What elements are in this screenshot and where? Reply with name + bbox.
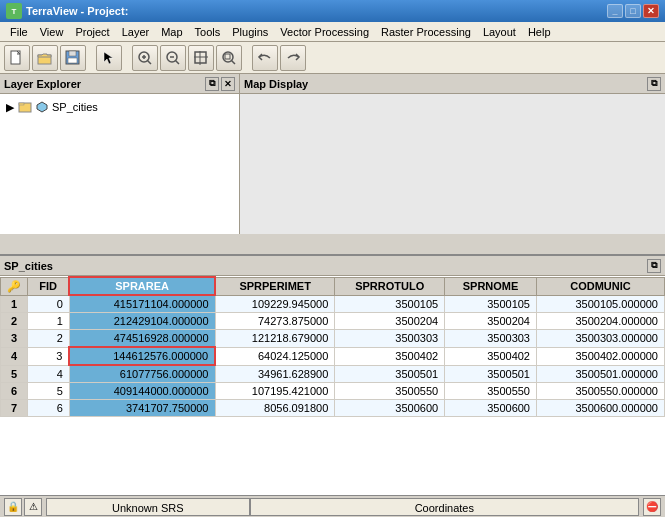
menu-view[interactable]: View [34,23,70,41]
sprarea-cell: 61077756.000000 [69,365,215,383]
sprnome-cell: 3500105 [445,295,537,313]
zoom-in-button[interactable] [132,45,158,71]
minimize-button[interactable]: _ [607,4,623,18]
col-header-codmunic[interactable]: CODMUNIC [536,277,664,295]
row-num-cell: 7 [1,400,28,417]
sprarea-cell: 474516928.000000 [69,330,215,348]
zoom-box-button[interactable] [216,45,242,71]
svg-rect-4 [68,58,77,63]
map-display-header: Map Display ⧉ [240,74,665,94]
new-button[interactable] [4,45,30,71]
table-row[interactable]: 10415171104.000000109229.945000350010535… [1,295,665,313]
layer-folder-icon [18,100,32,114]
menu-layer[interactable]: Layer [116,23,156,41]
table-float-button[interactable]: ⧉ [647,259,661,273]
maximize-button[interactable]: □ [625,4,641,18]
sprnome-cell: 3500501 [445,365,537,383]
codmunic-cell: 3500402.000000 [536,347,664,365]
status-alert-icon[interactable]: ⚠ [24,498,42,516]
layer-content: ▶ SP_cities [0,94,239,234]
codmunic-cell: 3500105.000000 [536,295,664,313]
redo-button[interactable] [280,45,306,71]
sprperimet-cell: 74273.875000 [215,313,335,330]
map-canvas[interactable] [240,94,665,234]
status-right: ⛔ [639,498,665,516]
menu-tools[interactable]: Tools [189,23,227,41]
upper-section: Layer Explorer ⧉ ✕ ▶ SP_cities [0,74,665,234]
status-srs: Unknown SRS [46,498,250,516]
menu-map[interactable]: Map [155,23,188,41]
sprperimet-cell: 109229.945000 [215,295,335,313]
zoom-extent-button[interactable] [188,45,214,71]
svg-line-7 [148,60,152,64]
menu-file[interactable]: File [4,23,34,41]
status-error-icon[interactable]: ⛔ [643,498,661,516]
sprnome-cell: 3500600 [445,400,537,417]
layer-explorer-close-button[interactable]: ✕ [221,77,235,91]
col-header-fid[interactable]: FID [28,277,70,295]
sprarea-cell: 144612576.000000 [69,347,215,365]
table-row[interactable]: 21212429104.00000074273.8750003500204350… [1,313,665,330]
table-row[interactable]: 65409144000.000000107195.421000350055035… [1,383,665,400]
sprnome-cell: 3500550 [445,383,537,400]
pointer-button[interactable] [96,45,122,71]
app-window: T TerraView - Project: _ □ ✕ File View P… [0,0,665,517]
sprnome-cell: 3500402 [445,347,537,365]
sprrotulo-cell: 3500600 [335,400,445,417]
title-bar: T TerraView - Project: _ □ ✕ [0,0,665,22]
fid-cell: 1 [28,313,70,330]
map-float-button[interactable]: ⧉ [647,77,661,91]
table-row[interactable]: 32474516928.000000121218.679000350030335… [1,330,665,348]
layer-name-sp-cities: SP_cities [52,101,98,113]
table-row[interactable]: 43144612576.00000064024.1250003500402350… [1,347,665,365]
layer-item-sp-cities[interactable]: ▶ SP_cities [4,98,235,116]
table-row[interactable]: 5461077756.00000034961.62890035005013500… [1,365,665,383]
expand-icon: ▶ [6,101,14,114]
menu-project[interactable]: Project [69,23,115,41]
sprrotulo-cell: 3500550 [335,383,445,400]
codmunic-cell: 3500550.000000 [536,383,664,400]
table-header-row: 🔑 FID SPRAREA SPRPERIMET SPRROTULO SPRNO… [1,277,665,295]
menu-help[interactable]: Help [522,23,557,41]
menu-plugins[interactable]: Plugins [226,23,274,41]
sprarea-cell: 212429104.000000 [69,313,215,330]
status-left: 🔒 ⚠ [0,498,46,516]
menu-vector-processing[interactable]: Vector Processing [274,23,375,41]
sprperimet-cell: 121218.679000 [215,330,335,348]
table-title: SP_cities [4,260,645,272]
table-body: 10415171104.000000109229.945000350010535… [1,295,665,417]
save-button[interactable] [60,45,86,71]
undo-button[interactable] [252,45,278,71]
col-header-sprnome[interactable]: SPRNOME [445,277,537,295]
fid-cell: 5 [28,383,70,400]
fid-cell: 6 [28,400,70,417]
fid-cell: 4 [28,365,70,383]
col-header-sprrotulo[interactable]: SPRROTULO [335,277,445,295]
row-num-cell: 4 [1,347,28,365]
zoom-out-button[interactable] [160,45,186,71]
sprrotulo-cell: 3500204 [335,313,445,330]
row-num-cell: 1 [1,295,28,313]
layer-explorer-float-button[interactable]: ⧉ [205,77,219,91]
sprarea-cell: 415171104.000000 [69,295,215,313]
status-bar: 🔒 ⚠ Unknown SRS Coordinates ⛔ [0,495,665,517]
table-row[interactable]: 763741707.7500008056.0918003500600350060… [1,400,665,417]
table-wrapper[interactable]: 🔑 FID SPRAREA SPRPERIMET SPRROTULO SPRNO… [0,276,665,495]
menu-layout[interactable]: Layout [477,23,522,41]
status-lock-icon[interactable]: 🔒 [4,498,22,516]
svg-rect-3 [69,51,76,56]
attribute-table: 🔑 FID SPRAREA SPRPERIMET SPRROTULO SPRNO… [0,276,665,417]
close-button[interactable]: ✕ [643,4,659,18]
col-header-sprperimet[interactable]: SPRPERIMET [215,277,335,295]
sprperimet-cell: 34961.628900 [215,365,335,383]
layer-explorer-title: Layer Explorer [4,78,203,90]
sprrotulo-cell: 3500105 [335,295,445,313]
menu-raster-processing[interactable]: Raster Processing [375,23,477,41]
fid-cell: 2 [28,330,70,348]
sprnome-cell: 3500303 [445,330,537,348]
vector-layer-icon [36,101,48,113]
sprrotulo-cell: 3500402 [335,347,445,365]
open-button[interactable] [32,45,58,71]
col-header-sprarea[interactable]: SPRAREA [69,277,215,295]
layer-explorer-panel: Layer Explorer ⧉ ✕ ▶ SP_cities [0,74,240,234]
